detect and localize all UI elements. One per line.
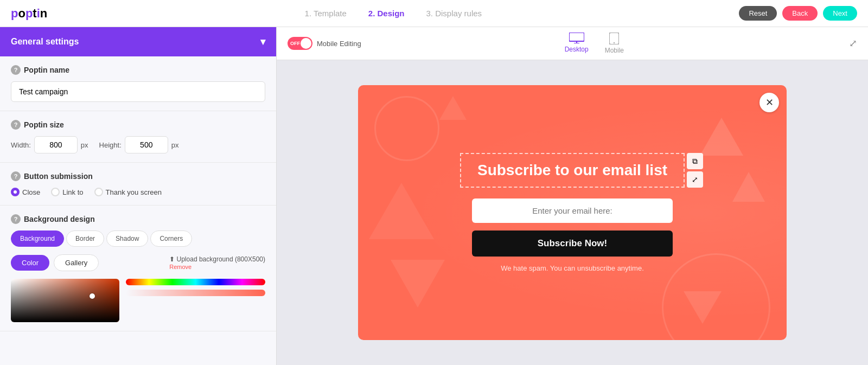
radio-close[interactable]: Close <box>11 188 40 196</box>
tab-border[interactable]: Border <box>66 230 104 247</box>
steps: 1. Template 2. Design 3. Display rules <box>305 9 482 18</box>
mobile-editing-label: Mobile Editing <box>317 40 361 48</box>
gallery-button[interactable]: Gallery <box>54 254 99 271</box>
size-row: Width: px Height: px <box>11 136 265 153</box>
right-canvas: OFF Mobile Editing Desktop <box>277 27 868 365</box>
close-icon: ✕ <box>765 97 774 108</box>
color-button[interactable]: Color <box>11 255 49 271</box>
expand-canvas-button[interactable]: ⤢ <box>849 37 857 49</box>
deco-tri-5 <box>439 96 467 120</box>
popup-submit-button[interactable]: Subscribe Now! <box>472 230 673 257</box>
deco-circle-2 <box>374 96 439 161</box>
radio-thank-you[interactable]: Thank you screen <box>94 188 162 196</box>
section-poptin-size: ? Poptin size Width: px Height: px <box>0 111 276 163</box>
tab-background[interactable]: Background <box>11 230 64 247</box>
canvas-area: ✕ Subscribe to our email list ⧉ ⤢ Subscr… <box>277 60 868 365</box>
color-gradient-picker[interactable] <box>11 279 119 322</box>
mobile-tab[interactable]: Mobile <box>605 33 624 54</box>
background-design-label: ? Background design <box>11 214 265 224</box>
height-unit: px <box>171 141 179 149</box>
mobile-editing-toggle[interactable]: OFF <box>288 37 312 50</box>
popup-preview: ✕ Subscribe to our email list ⧉ ⤢ Subscr… <box>358 85 787 340</box>
hue-bar[interactable] <box>126 279 265 285</box>
resize-icon[interactable]: ⤢ <box>687 171 703 188</box>
main-layout: General settings ▾ ? Poptin name ? Popti… <box>0 27 868 365</box>
top-nav: poptin 1. Template 2. Design 3. Display … <box>0 0 868 27</box>
top-actions: Reset Back Next <box>739 6 857 21</box>
color-gallery-row: Color Gallery ⬆ Upload background (800X5… <box>11 254 265 271</box>
popup-close-button[interactable]: ✕ <box>760 93 779 112</box>
tab-shadow[interactable]: Shadow <box>106 230 148 247</box>
height-label: Height: <box>99 141 122 149</box>
help-icon-size[interactable]: ? <box>11 120 21 130</box>
color-picker-area <box>11 279 265 322</box>
desktop-icon <box>569 33 584 43</box>
help-icon-submission[interactable]: ? <box>11 171 21 181</box>
panel-header: General settings ▾ <box>0 27 276 56</box>
width-field: Width: px <box>11 136 88 153</box>
copy-icon[interactable]: ⧉ <box>687 153 703 169</box>
help-icon-name[interactable]: ? <box>11 65 21 75</box>
hue-slider-wrap <box>126 279 265 296</box>
popup-title-wrap[interactable]: Subscribe to our email list ⧉ ⤢ <box>460 153 685 188</box>
radio-link-to[interactable]: Link to <box>51 188 83 196</box>
desktop-tab-label: Desktop <box>565 46 589 53</box>
height-input[interactable] <box>125 136 168 153</box>
deco-tri-6 <box>369 183 434 239</box>
toggle-knob <box>301 38 311 49</box>
toggle-off-label: OFF <box>290 41 300 46</box>
radio-label-close: Close <box>22 188 40 196</box>
device-tabs: Desktop Mobile <box>565 33 624 54</box>
popup-email-input[interactable] <box>472 198 673 223</box>
reset-button[interactable]: Reset <box>739 6 777 21</box>
svg-rect-0 <box>569 33 584 41</box>
section-background-design: ? Background design Background Border Sh… <box>0 206 276 331</box>
deco-tri-2 <box>732 172 765 202</box>
mobile-icon <box>609 33 619 44</box>
radio-label-link: Link to <box>62 188 83 196</box>
radio-dot-link <box>51 188 60 196</box>
canvas-toolbar: OFF Mobile Editing Desktop <box>277 27 868 60</box>
radio-dot-close <box>11 188 20 196</box>
help-icon-bg[interactable]: ? <box>11 214 21 224</box>
submission-radio-group: Close Link to Thank you screen <box>11 188 265 196</box>
button-submission-label: ? Button submission <box>11 171 265 181</box>
gradient-picker-dot[interactable] <box>90 293 95 299</box>
width-unit: px <box>81 141 88 149</box>
bg-tab-row: Background Border Shadow Corners <box>11 230 265 247</box>
step-template[interactable]: 1. Template <box>305 9 347 18</box>
popup-footer-text: We hate spam. You can unsubscribe anytim… <box>501 264 644 272</box>
poptin-name-label: ? Poptin name <box>11 65 265 75</box>
mobile-tab-label: Mobile <box>605 47 624 54</box>
mobile-editing-toggle-wrap: OFF Mobile Editing <box>288 37 361 50</box>
section-poptin-name: ? Poptin name <box>0 56 276 111</box>
section-button-submission: ? Button submission Close Link to Thank … <box>0 163 276 206</box>
width-input[interactable] <box>34 136 78 153</box>
logo: poptin <box>11 7 47 21</box>
deco-tri-1 <box>700 118 743 156</box>
svg-point-4 <box>614 42 615 43</box>
panel-title: General settings <box>11 37 79 47</box>
collapse-icon[interactable]: ▾ <box>260 36 265 48</box>
step-design[interactable]: 2. Design <box>368 9 405 18</box>
radio-dot-thank <box>94 188 103 196</box>
deco-circle-1 <box>662 253 770 340</box>
left-panel: General settings ▾ ? Poptin name ? Popti… <box>0 27 277 365</box>
poptin-size-label: ? Poptin size <box>11 120 265 130</box>
deco-tri-3 <box>391 260 445 308</box>
step-display-rules[interactable]: 3. Display rules <box>426 9 482 18</box>
tab-corners[interactable]: Corners <box>150 230 192 247</box>
desktop-tab[interactable]: Desktop <box>565 33 589 54</box>
poptin-name-input[interactable] <box>11 81 265 102</box>
radio-label-thank-you: Thank you screen <box>106 188 162 196</box>
remove-bg-link[interactable]: Remove <box>169 264 192 270</box>
opacity-bar[interactable] <box>126 290 265 296</box>
popup-title: Subscribe to our email list <box>477 162 667 179</box>
upload-background-btn[interactable]: ⬆ Upload background (800X500) Remove <box>169 255 265 271</box>
next-button[interactable]: Next <box>823 6 857 21</box>
back-button[interactable]: Back <box>782 6 818 21</box>
width-label: Width: <box>11 141 31 149</box>
height-field: Height: px <box>99 136 179 153</box>
